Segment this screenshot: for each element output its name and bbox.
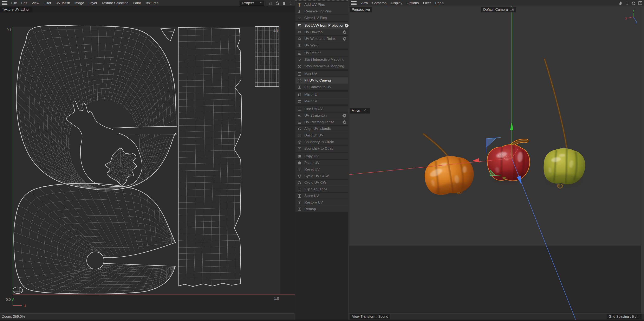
cmd-label: Copy UV — [304, 154, 348, 158]
uv-corner-label-11: 1,1 — [273, 29, 278, 33]
cmd-unstitch-uv[interactable]: Unstitch UV — [296, 132, 348, 139]
gear-icon[interactable] — [344, 23, 349, 28]
cmd-uv-weld[interactable]: UV Weld — [296, 42, 348, 49]
menu-filter[interactable]: Filter — [421, 0, 433, 6]
menu-edit[interactable]: Edit — [19, 0, 29, 6]
stop-icon — [297, 64, 302, 69]
gear-icon[interactable] — [342, 113, 347, 118]
cmd-remove-uv-pins[interactable]: Remove UV Pins — [296, 8, 348, 15]
view-label[interactable]: Perspective — [350, 7, 372, 13]
cmd-reset-uv[interactable]: Reset UV — [296, 166, 348, 173]
hamburger-menu-icon[interactable] — [2, 1, 8, 5]
grid-spacing: Grid Spacing : 5 cm — [607, 314, 642, 319]
cmd-remap-[interactable]: Remap... — [296, 206, 348, 212]
gear-icon[interactable] — [342, 37, 347, 41]
menu-textures[interactable]: Textures — [143, 0, 160, 6]
menu-texture-selection[interactable]: Texture Selection — [100, 0, 130, 6]
cmd-cycle-uv-cw[interactable]: Cycle UV CW — [296, 180, 348, 186]
cmd-cycle-uv-ccw[interactable]: Cycle UV CCW — [296, 173, 348, 179]
tab-texture-uv-editor[interactable]: Texture UV Editor — [0, 7, 32, 12]
hand-icon[interactable] — [282, 1, 286, 6]
cmd-label: UV Rectangularize — [304, 120, 342, 124]
cmd-align-uv-islands[interactable]: Align UV Islands — [296, 126, 348, 132]
cmd-uv-rectangularize[interactable]: UV Rectangularize — [296, 119, 348, 125]
rotate-icon[interactable] — [631, 1, 636, 6]
menu-view[interactable]: View — [358, 0, 370, 6]
cmd-mirror-u[interactable]: Mirror U — [296, 92, 348, 98]
peeler-icon — [297, 51, 302, 55]
cmd-boundary-to-quad[interactable]: Boundary to Quad — [296, 146, 348, 152]
cmd-label: Align UV Islands — [304, 127, 348, 131]
tool-label[interactable]: Move — [350, 108, 370, 114]
copy-icon — [297, 154, 302, 159]
cmd-uv-straighten[interactable]: UV Straighten — [296, 113, 348, 119]
cmd-max-uv[interactable]: Max UV — [296, 71, 348, 77]
menu-view[interactable]: View — [30, 0, 42, 6]
cmd-copy-uv[interactable]: Copy UV — [296, 153, 348, 159]
cmd-uv-peeler[interactable]: UV Peeler — [296, 50, 348, 56]
cmd-flip-sequence[interactable]: Flip Sequence — [296, 186, 348, 192]
rectangularize-icon — [297, 120, 302, 125]
cmd-fit-uv-to-canvas[interactable]: Fit UV to Canvas — [296, 77, 348, 84]
cmd-label: Remove UV Pins — [304, 9, 348, 14]
hamburger-menu-icon[interactable] — [351, 1, 356, 5]
menu-display[interactable]: Display — [389, 0, 405, 6]
move-tool-icon — [364, 109, 368, 113]
project-dropdown[interactable]: Project — [240, 1, 264, 6]
cmd-paste-uv[interactable]: Paste UV — [296, 160, 348, 166]
updown-icon[interactable] — [288, 1, 294, 6]
uv-axis-u-label: U — [24, 304, 26, 308]
cmd-label: Mirror U — [304, 93, 348, 97]
lock-icon[interactable] — [275, 1, 280, 6]
mirror-v-icon — [297, 99, 302, 104]
gear-icon[interactable] — [342, 30, 347, 35]
hand-icon[interactable] — [618, 1, 623, 6]
panel-divider[interactable] — [295, 0, 295, 321]
menu-image[interactable]: Image — [72, 0, 86, 6]
cmd-label: UV Unwrap — [304, 30, 342, 34]
updown-icon[interactable] — [624, 1, 630, 6]
cmd-label: Line Up UV — [304, 107, 348, 111]
histogram-icon[interactable] — [268, 1, 273, 6]
menu-layer[interactable]: Layer — [86, 0, 100, 6]
viewport-3d: ViewCamerasDisplayOptionsFilterPanel Per… — [349, 0, 644, 321]
view-transform: View Transform: Scene — [350, 314, 390, 319]
gear-icon[interactable] — [342, 120, 347, 125]
frame-icon[interactable] — [638, 1, 643, 6]
panel-drag-handle[interactable] — [296, 1, 348, 1]
straighten-icon — [297, 114, 302, 118]
menu-panel[interactable]: Panel — [433, 0, 446, 6]
menu-paint[interactable]: Paint — [130, 0, 143, 6]
cmd-restore-uv[interactable]: Restore UV — [296, 199, 348, 206]
cmd-start-interactive-mapping[interactable]: Start Interactive Mapping — [296, 57, 348, 63]
menu-cameras[interactable]: Cameras — [370, 0, 389, 6]
remap-icon — [297, 207, 302, 211]
cmd-stop-interactive-mapping[interactable]: Stop Interactive Mapping — [296, 63, 348, 69]
uv-command-panel: Add UV PinsRemove UV PinsClear UV PinsSe… — [295, 0, 349, 321]
cmd-fit-canvas-to-uv[interactable]: Fit Canvas to UV — [296, 84, 348, 90]
cmd-add-uv-pins[interactable]: Add UV Pins — [296, 2, 348, 8]
viewport-upper-bg[interactable] — [349, 7, 644, 246]
uv-corner-label-00: 0,0 — [6, 298, 11, 301]
menu-file[interactable]: File — [9, 0, 19, 6]
cmd-label: UV Weld and Relax — [304, 37, 342, 41]
cmd-boundary-to-circle[interactable]: Boundary to Circle — [296, 139, 348, 145]
menu-options[interactable]: Options — [404, 0, 421, 6]
viewport-lower-bg[interactable] — [349, 246, 644, 313]
fit-uv-icon — [297, 79, 302, 83]
menu-uv-mesh[interactable]: UV Mesh — [54, 0, 72, 6]
cmd-clear-uv-pins[interactable]: Clear UV Pins — [296, 15, 348, 21]
cmd-set-uvw-from-projection[interactable]: Set UVW from Projection — [296, 23, 348, 29]
camera-label[interactable]: Default Camera — [481, 7, 516, 13]
cmd-line-up-uv[interactable]: Line Up UV — [296, 106, 348, 112]
menu-filter[interactable]: Filter — [41, 0, 54, 6]
uv-editor-statusbar: Zoom: 259.0% — [0, 313, 295, 319]
unwrap-icon — [297, 30, 302, 35]
cmd-uv-weld-and-relax[interactable]: UV Weld and Relax — [296, 36, 348, 42]
cmd-mirror-v[interactable]: Mirror V — [296, 98, 348, 104]
fit-canvas-icon — [297, 85, 302, 89]
panel-divider-2[interactable] — [348, 0, 349, 321]
uv-editor-canvas[interactable]: 0,11,10,01,0VU — [0, 0, 295, 321]
cmd-store-uv[interactable]: Store UV — [296, 193, 348, 199]
cmd-uv-unwrap[interactable]: UV Unwrap — [296, 29, 348, 35]
